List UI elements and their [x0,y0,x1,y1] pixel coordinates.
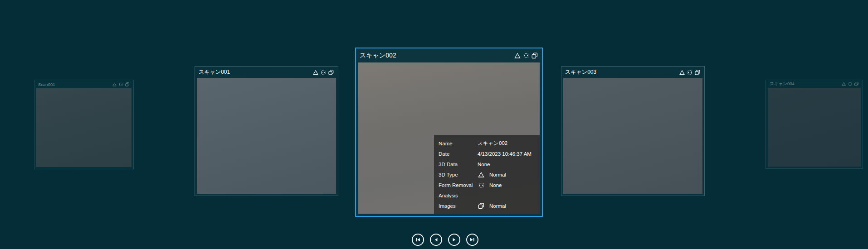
scan-card-scan002-selected[interactable]: スキャン002 Name スキャン002 Date 4/13/2023 10:4… [355,48,543,217]
scan-card-scan004[interactable]: スキャン004 [766,80,863,169]
first-button[interactable] [412,234,424,246]
scan-thumbnail[interactable] [563,78,702,194]
3d-type-icon [514,52,521,59]
previous-button[interactable] [430,234,442,246]
info-value: Normal [489,172,506,177]
card-header: スキャン003 [561,67,704,78]
images-icon [478,202,485,210]
card-header: スキャン001 [195,67,338,78]
3d-type-icon [312,69,319,76]
info-value: None [489,182,502,188]
3d-type-icon [112,82,117,87]
info-label: Form Removal [439,182,478,188]
next-icon [451,237,457,243]
last-button[interactable] [466,234,478,246]
scan-thumbnail[interactable]: Name スキャン002 Date 4/13/2023 10:46:37 AM … [358,62,540,214]
info-row-name: Name スキャン002 [434,139,540,148]
card-title: スキャン003 [565,68,596,76]
card-title: スキャン004 [770,81,795,87]
scan-thumbnail[interactable] [36,88,132,167]
card-status-icons [312,69,334,76]
info-row-3d-type: 3D Type Normal [434,170,540,179]
info-label: Images [439,203,478,209]
info-label: 3D Type [439,172,478,177]
card-status-icons [112,82,130,87]
card-status-icons [514,52,538,59]
info-row-date: Date 4/13/2023 10:46:37 AM [434,149,540,158]
images-icon [531,52,538,59]
3d-type-icon [841,81,846,86]
info-label: Date [439,151,478,157]
info-label: Name [439,141,478,146]
skip-to-last-icon [469,237,475,243]
form-removal-icon [118,82,123,87]
info-row-form-removal: Form Removal None [434,180,540,190]
info-value: None [478,162,490,167]
scan-card-scan001[interactable]: スキャン001 [195,66,338,196]
form-removal-icon [522,52,530,59]
card-title: スキャン002 [360,52,396,60]
images-icon [694,69,701,76]
card-title: スキャン001 [199,68,230,76]
images-icon [125,82,130,87]
next-button[interactable] [448,234,460,246]
scan-card-scan003[interactable]: スキャン003 [561,66,705,196]
scan-info-panel: Name スキャン002 Date 4/13/2023 10:46:37 AM … [434,135,540,214]
card-header: Scan001 [34,80,133,88]
scan-carousel-page: Scan001 スキャン001 スキャン002 [0,0,868,249]
form-removal-icon [478,182,485,189]
previous-icon [433,237,439,243]
carousel-navigation [412,234,478,246]
info-row-3d-data: 3D Data None [434,159,540,169]
card-title: Scan001 [38,82,55,87]
info-value: スキャン002 [478,140,507,147]
images-icon [328,69,334,76]
info-row-analysis: Analysis [434,191,540,200]
form-removal-icon [687,69,693,76]
scan-thumbnail[interactable] [768,88,861,167]
info-value: 4/13/2023 10:46:37 AM [478,151,532,157]
3d-type-icon [478,171,485,178]
card-header: スキャン004 [766,80,863,88]
info-label: 3D Data [439,162,478,167]
info-value: Normal [489,203,506,209]
images-icon [854,81,859,86]
card-header: スキャン002 [356,48,542,62]
card-status-icons [841,81,859,86]
3d-type-icon [679,69,685,76]
skip-to-first-icon [415,237,421,243]
scan-thumbnail[interactable] [197,78,336,194]
info-row-images: Images Normal [434,201,540,211]
form-removal-icon [320,69,327,76]
scan-card-scan001-en[interactable]: Scan001 [34,80,134,169]
info-label: Analysis [439,193,478,198]
card-status-icons [679,69,701,76]
form-removal-icon [848,81,853,86]
